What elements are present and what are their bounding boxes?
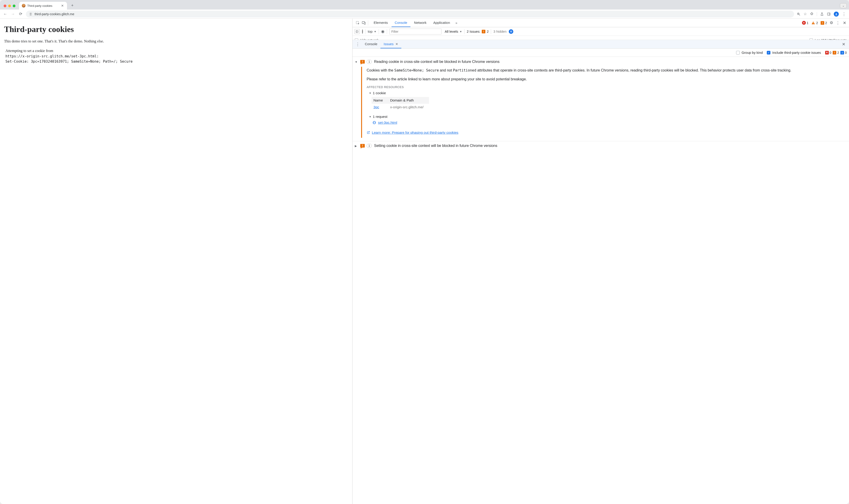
maximize-window-icon[interactable] [13, 4, 15, 7]
log-levels-selector[interactable]: All levels▼ [445, 30, 462, 33]
severity-error-badge[interactable]: ✕0 [825, 51, 832, 54]
chevron-down-icon: ▼ [369, 115, 371, 118]
severity-info-badge[interactable]: i0 [841, 51, 847, 54]
close-window-icon[interactable] [4, 4, 6, 7]
issues-chip[interactable]: ! 2 [820, 21, 827, 25]
console-options: Hide network Log XMLHttpRequests [353, 36, 849, 40]
issue-item-collapsed[interactable]: ▶ ! 1 Setting cookie in cross-site conte… [353, 141, 849, 149]
severity-icon: ! [360, 60, 364, 64]
side-panel-icon[interactable] [827, 12, 831, 16]
page-intro: This demo tries to set one. That's it. T… [4, 39, 349, 43]
affected-requests-label: 1 request [373, 115, 388, 119]
devtools-close-icon[interactable]: ✕ [843, 20, 846, 25]
request-link[interactable]: set-3pc.html [378, 121, 397, 125]
severity-warning-badge[interactable]: !2 [833, 51, 839, 54]
site-settings-icon[interactable] [29, 13, 32, 16]
forward-button[interactable]: → [11, 12, 15, 16]
page-content: Third-party cookies This demo tries to s… [0, 19, 352, 504]
issue-paragraph: Please refer to the article linked to le… [367, 76, 845, 82]
warning-icon [811, 21, 815, 25]
drawer-tab-close-icon[interactable]: ✕ [395, 42, 398, 46]
tab-search-button[interactable]: ⌄ [840, 3, 847, 8]
tab-console[interactable]: Console [392, 19, 410, 27]
error-number: 1 [807, 21, 809, 25]
hide-network-label: Hide network [360, 38, 378, 40]
group-checkbox[interactable] [736, 51, 740, 54]
window-controls [2, 4, 17, 10]
expand-icon[interactable]: ▶ [355, 144, 358, 148]
error-count[interactable]: ✕ 1 [802, 21, 809, 25]
svg-point-5 [31, 15, 31, 15]
context-label: top [368, 30, 372, 33]
browser-menu-icon[interactable]: ⋮ [842, 12, 846, 17]
inspect-element-icon[interactable] [356, 21, 360, 25]
request-icon [372, 121, 376, 124]
issue-count-pill: 1 [367, 60, 372, 64]
error-badge-count: 0 [830, 51, 832, 54]
drawer-close-icon[interactable]: ✕ [842, 42, 848, 47]
affected-requests-toggle[interactable]: ▼ 1 request [369, 115, 845, 119]
tab-strip: 🍪 Third-party cookies ✕ + ⌄ [0, 0, 849, 10]
zoom-icon[interactable] [797, 12, 800, 16]
toolbar-actions: ☆ ⋮ [797, 12, 846, 17]
affected-cookies-table: Name Domain & Path 3pc x-origin-src.glit… [372, 97, 429, 111]
hide-network-checkbox[interactable] [355, 38, 358, 40]
console-settings-icon[interactable]: ⚙ [509, 29, 513, 34]
address-bar[interactable]: third-party-cookies.glitch.me [26, 11, 794, 17]
issues-summary[interactable]: 2 Issues: ! 2 [467, 30, 489, 33]
include-3p[interactable]: ✓ Include third-party cookie issues [767, 51, 821, 54]
group-by-kind[interactable]: Group by kind [736, 51, 763, 54]
code-fragment: SameSite=None; Secure [394, 68, 439, 72]
learn-more-link[interactable]: Learn more: Prepare for phasing out thir… [372, 130, 458, 134]
affected-cookies-toggle[interactable]: ▼ 1 cookie [369, 91, 845, 95]
tab-application[interactable]: Application [430, 19, 453, 27]
extensions-icon[interactable] [810, 12, 814, 16]
minimize-window-icon[interactable] [8, 4, 11, 7]
live-expression-icon[interactable]: ◉ [381, 29, 385, 34]
drawer-tab-issues[interactable]: Issues ✕ [381, 40, 401, 48]
info-badge-count: 0 [845, 51, 847, 54]
learn-more: Learn more: Prepare for phasing out thir… [367, 130, 845, 134]
devtools-menu-icon[interactable]: ⋮ [836, 20, 840, 25]
error-icon: ✕ [802, 21, 806, 25]
severity-badges: ✕0 !2 i0 [825, 51, 847, 54]
new-tab-button[interactable]: + [69, 2, 76, 8]
labs-icon[interactable] [820, 12, 824, 16]
collapse-icon[interactable]: ▼ [355, 59, 358, 64]
more-tabs-icon[interactable]: » [454, 21, 459, 25]
devtools-settings-icon[interactable]: ⚙ [830, 20, 833, 25]
clear-console-icon[interactable] [362, 30, 363, 33]
device-toolbar-icon[interactable] [361, 21, 366, 25]
drawer-menu-icon[interactable]: ⋮ [354, 42, 361, 47]
chevron-down-icon: ▼ [369, 92, 371, 94]
cookie-name-link[interactable]: 3pc [373, 105, 379, 109]
drawer-tab-console[interactable]: Console [361, 40, 381, 48]
toolbar-divider [817, 12, 817, 16]
profile-avatar-icon[interactable] [834, 12, 839, 17]
context-selector[interactable]: top▼ [368, 30, 376, 33]
issues-number: 2 [825, 21, 827, 25]
reload-button[interactable]: ⟳ [18, 12, 23, 16]
browser-tab[interactable]: 🍪 Third-party cookies ✕ [19, 2, 67, 10]
hidden-messages[interactable]: 3 hidden [493, 30, 507, 33]
th-name: Name [372, 97, 388, 104]
external-link-icon [367, 131, 370, 134]
affected-request-item[interactable]: set-3pc.html [372, 121, 845, 125]
tab-network[interactable]: Network [411, 19, 430, 27]
code-fragment: Partitioned [453, 68, 476, 72]
back-button[interactable]: ← [3, 12, 8, 16]
xhr-checkbox[interactable] [810, 38, 813, 40]
issue-item-expanded[interactable]: ▼ ! 1 Reading cookie in cross-site conte… [353, 58, 849, 66]
include-checkbox[interactable]: ✓ [767, 51, 771, 54]
issues-toolbar: Group by kind ✓ Include third-party cook… [353, 49, 849, 57]
info-badge-icon: i [841, 51, 844, 54]
filter-input[interactable] [389, 29, 442, 35]
sidebar-toggle-icon[interactable] [354, 29, 360, 34]
warning-count[interactable]: 2 [811, 21, 818, 25]
tab-close-icon[interactable]: ✕ [61, 4, 64, 7]
tab-elements[interactable]: Elements [370, 19, 391, 27]
text-fragment: attributes that operate in cross-site co… [476, 68, 791, 72]
warning-badge-count: 2 [837, 51, 839, 54]
bookmark-icon[interactable]: ☆ [803, 12, 807, 16]
issues-label: 2 Issues: [467, 30, 480, 33]
